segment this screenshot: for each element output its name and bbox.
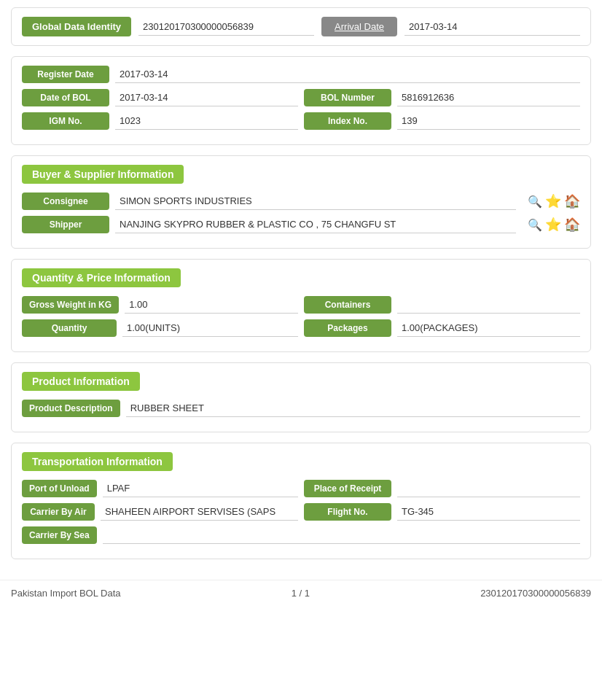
shipper-star-icon[interactable]: ⭐ [545, 217, 561, 233]
shipper-search-icon[interactable]: 🔍 [528, 218, 542, 232]
footer-left: Pakistan Import BOL Data [11, 588, 121, 599]
date-of-bol-label: Date of BOL [22, 89, 109, 106]
place-receipt-group: Place of Receipt [304, 480, 580, 497]
carrier-by-air-value: SHAHEEN AIRPORT SERVISES (SAPS [101, 503, 298, 521]
footer-right: 230120170300000056839 [480, 588, 591, 599]
flight-no-group: Flight No. TG-345 [304, 503, 580, 521]
igm-no-label: IGM No. [22, 112, 109, 130]
shipper-label: Shipper [22, 216, 109, 233]
containers-group: Containers [304, 296, 580, 314]
carrier-by-air-label: Carrier By Air [22, 503, 95, 521]
product-info-header: Product Information [22, 372, 140, 391]
gross-containers-row: Gross Weight in KG 1.00 Containers [22, 296, 580, 314]
meta-info-card: Register Date 2017-03-14 Date of BOL 201… [11, 56, 591, 145]
igm-group: IGM No. 1023 [22, 112, 298, 130]
global-identity-label: Global Data Identity [22, 17, 131, 36]
product-description-row: Product Description RUBBER SHEET [22, 400, 580, 417]
product-description-value: RUBBER SHEET [126, 400, 580, 417]
date-of-bol-group: Date of BOL 2017-03-14 [22, 89, 298, 106]
consignee-row: Consignee SIMON SPORTS INDUSTRIES 🔍 ⭐ 🏠 [22, 192, 580, 210]
quantity-value: 1.00(UNITS) [122, 319, 298, 337]
date-of-bol-value: 2017-03-14 [115, 89, 298, 106]
bol-number-label: BOL Number [304, 89, 391, 106]
carrier-air-flight-row: Carrier By Air SHAHEEN AIRPORT SERVISES … [22, 503, 580, 521]
packages-label: Packages [304, 319, 391, 337]
quantity-price-header: Quantity & Price Information [22, 268, 181, 287]
product-info-card: Product Information Product Description … [11, 362, 591, 432]
consignee-home-icon[interactable]: 🏠 [564, 193, 580, 209]
carrier-by-sea-value [103, 526, 580, 544]
buyer-supplier-card: Buyer & Supplier Information Consignee S… [11, 155, 591, 249]
quantity-group: Quantity 1.00(UNITS) [22, 319, 298, 337]
gross-weight-value: 1.00 [125, 296, 298, 314]
shipper-home-icon[interactable]: 🏠 [564, 217, 580, 233]
place-of-receipt-label: Place of Receipt [304, 480, 391, 497]
port-of-unload-label: Port of Unload [22, 480, 97, 497]
packages-value: 1.00(PACKAGES) [397, 319, 580, 337]
quantity-label: Quantity [22, 319, 117, 337]
register-date-label: Register Date [22, 66, 109, 83]
bol-number-group: BOL Number 5816912636 [304, 89, 580, 106]
consignee-label: Consignee [22, 192, 109, 210]
port-unload-group: Port of Unload LPAF [22, 480, 298, 497]
carrier-by-sea-label: Carrier By Sea [22, 526, 97, 544]
shipper-icons: 🔍 ⭐ 🏠 [528, 217, 580, 233]
containers-value [397, 296, 580, 314]
transportation-card: Transportation Information Port of Unloa… [11, 443, 591, 559]
igm-no-value: 1023 [115, 112, 298, 130]
footer-center: 1 / 1 [292, 588, 310, 599]
register-date-value: 2017-03-14 [115, 66, 580, 83]
consignee-icons: 🔍 ⭐ 🏠 [528, 193, 580, 209]
buyer-supplier-header: Buyer & Supplier Information [22, 165, 184, 184]
bol-number-value: 5816912636 [397, 89, 580, 106]
index-group: Index No. 139 [304, 112, 580, 130]
port-receipt-row: Port of Unload LPAF Place of Receipt [22, 480, 580, 497]
transportation-header: Transportation Information [22, 452, 173, 471]
flight-no-label: Flight No. [304, 503, 391, 521]
shipper-row: Shipper NANJING SKYPRO RUBBER & PLASTIC … [22, 216, 580, 233]
consignee-star-icon[interactable]: ⭐ [545, 193, 561, 209]
bol-row: Date of BOL 2017-03-14 BOL Number 581691… [22, 89, 580, 106]
shipper-value: NANJING SKYPRO RUBBER & PLASTIC CO , 75 … [115, 216, 516, 233]
igm-index-row: IGM No. 1023 Index No. 139 [22, 112, 580, 130]
index-no-label: Index No. [304, 112, 391, 130]
port-of-unload-value: LPAF [103, 480, 298, 497]
place-of-receipt-value [397, 480, 580, 497]
global-identity-card: Global Data Identity 2301201703000000568… [11, 7, 591, 46]
quantity-packages-row: Quantity 1.00(UNITS) Packages 1.00(PACKA… [22, 319, 580, 337]
consignee-search-icon[interactable]: 🔍 [528, 195, 542, 209]
flight-no-value: TG-345 [397, 503, 580, 521]
quantity-price-card: Quantity & Price Information Gross Weigh… [11, 259, 591, 352]
consignee-value: SIMON SPORTS INDUSTRIES [115, 192, 516, 210]
carrier-sea-row: Carrier By Sea [22, 526, 580, 544]
arrival-date-button[interactable]: Arrival Date [321, 17, 397, 36]
global-identity-value: 230120170300000056839 [138, 18, 314, 36]
carrier-air-group: Carrier By Air SHAHEEN AIRPORT SERVISES … [22, 503, 298, 521]
identity-row: Global Data Identity 2301201703000000568… [22, 17, 580, 36]
packages-group: Packages 1.00(PACKAGES) [304, 319, 580, 337]
arrival-date-value: 2017-03-14 [404, 18, 580, 36]
index-no-value: 139 [397, 112, 580, 130]
containers-label: Containers [304, 296, 391, 314]
register-date-row: Register Date 2017-03-14 [22, 66, 580, 83]
footer: Pakistan Import BOL Data 1 / 1 230120170… [0, 580, 602, 606]
product-description-label: Product Description [22, 400, 120, 417]
gross-weight-label: Gross Weight in KG [22, 296, 119, 314]
gross-weight-group: Gross Weight in KG 1.00 [22, 296, 298, 314]
